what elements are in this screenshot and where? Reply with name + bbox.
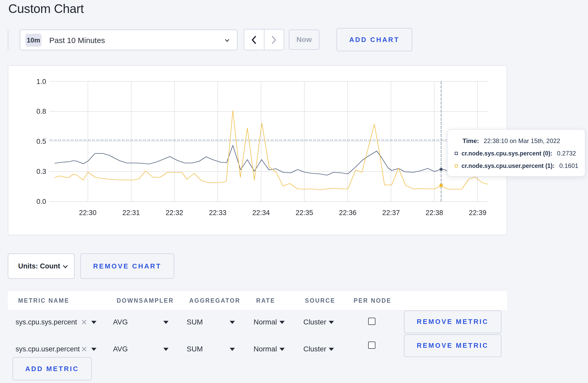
- svg-text:22:34: 22:34: [252, 209, 270, 217]
- svg-text:1.0: 1.0: [36, 78, 46, 86]
- svg-text:22:33: 22:33: [209, 209, 227, 217]
- svg-text:0.3: 0.3: [36, 168, 46, 175]
- svg-text:22:37: 22:37: [382, 209, 400, 217]
- svg-text:22:31: 22:31: [122, 209, 140, 217]
- svg-text:22:38: 22:38: [426, 209, 443, 217]
- svg-text:22:30: 22:30: [79, 209, 97, 217]
- svg-text:22:32: 22:32: [166, 209, 183, 217]
- svg-text:22:36: 22:36: [339, 209, 356, 217]
- svg-text:22:39: 22:39: [469, 209, 487, 217]
- svg-text:0.5: 0.5: [36, 138, 46, 145]
- svg-text:22:35: 22:35: [296, 209, 313, 217]
- svg-text:0.8: 0.8: [36, 108, 46, 115]
- svg-text:0.0: 0.0: [36, 198, 46, 205]
